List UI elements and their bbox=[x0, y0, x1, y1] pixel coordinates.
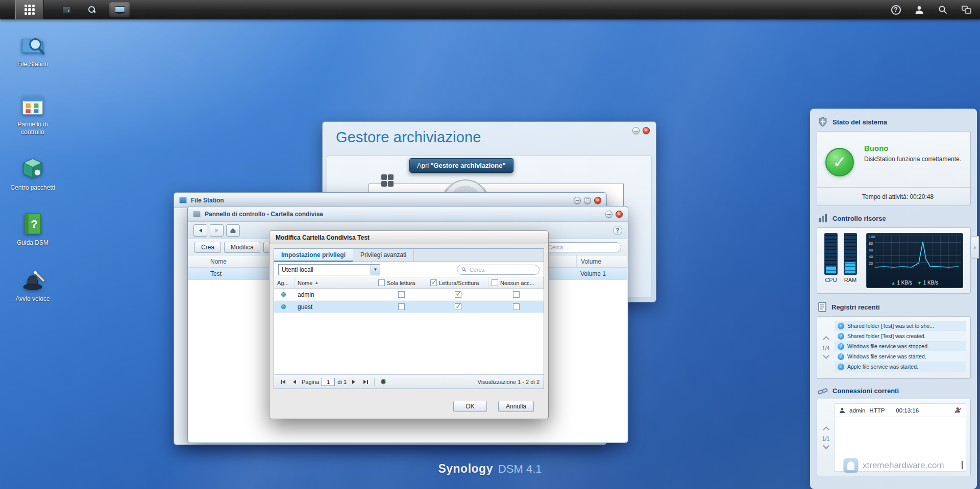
status-ok-icon bbox=[825, 148, 854, 176]
read-write-checkbox[interactable] bbox=[455, 291, 461, 298]
search-button[interactable] bbox=[936, 3, 949, 16]
info-icon bbox=[838, 323, 844, 329]
help-button[interactable]: ? bbox=[613, 226, 622, 235]
close-button[interactable] bbox=[616, 211, 623, 218]
read-write-header-checkbox[interactable] bbox=[430, 279, 437, 286]
page-down-icon[interactable] bbox=[823, 443, 829, 449]
storage-manager-title: Gestore archiviazione bbox=[336, 129, 481, 146]
privileges-table-header: Ag... Nome▲ Sola lettura Lettura/Scrittu… bbox=[274, 277, 544, 289]
page-down-icon[interactable] bbox=[823, 352, 829, 359]
tooltip-target: "Gestore archiviazione" bbox=[430, 162, 505, 169]
column-nome[interactable]: Nome▲ bbox=[295, 277, 375, 288]
minimize-button[interactable] bbox=[632, 127, 640, 134]
main-menu-grid-icon bbox=[24, 5, 35, 15]
watermark-text: xtremehardware.com bbox=[863, 460, 944, 471]
page-up-icon[interactable] bbox=[823, 426, 829, 433]
desktop-icon-package-center[interactable]: Centro pacchetti bbox=[7, 156, 58, 192]
column-volume[interactable]: Volume bbox=[576, 255, 627, 267]
connection-row[interactable]: admin HTTP 00:13:16 bbox=[835, 404, 966, 417]
last-page-button[interactable] bbox=[361, 377, 370, 387]
taskbar-app-file-station[interactable] bbox=[82, 2, 102, 17]
desktop-icon-control-panel[interactable]: Pannello di controllo bbox=[7, 93, 58, 136]
file-station-window-icon bbox=[179, 197, 187, 203]
user-scope-select[interactable]: Utenti locali bbox=[278, 264, 380, 275]
user-menu-button[interactable] bbox=[913, 3, 926, 16]
disconnect-user-icon[interactable] bbox=[954, 407, 962, 414]
desktop: ? File Station bbox=[0, 0, 980, 489]
next-page-button[interactable] bbox=[349, 377, 358, 387]
page-of: di 1 bbox=[337, 379, 347, 385]
chevron-down-icon[interactable] bbox=[371, 265, 380, 275]
desktop-icon-quick-start[interactable]: Avvio veloce bbox=[7, 267, 58, 303]
table-empty-area bbox=[274, 313, 544, 374]
expand-connections-chevron[interactable] bbox=[962, 462, 963, 469]
tab-privileges-setup[interactable]: Impostazione privilegi bbox=[274, 249, 353, 262]
status-value: Buono bbox=[864, 144, 888, 152]
home-button[interactable] bbox=[226, 224, 240, 237]
no-access-checkbox[interactable] bbox=[513, 291, 520, 298]
main-menu-button[interactable] bbox=[15, 0, 44, 19]
taskbar-app-storage-manager[interactable] bbox=[56, 2, 77, 17]
column-aggiungi[interactable]: Ag... bbox=[274, 277, 295, 288]
search-input[interactable] bbox=[548, 244, 617, 250]
user-status-dot bbox=[281, 292, 286, 297]
pilot-view-button[interactable] bbox=[960, 3, 973, 16]
log-entry[interactable]: Windows file service was started. bbox=[835, 351, 966, 362]
read-write-checkbox[interactable] bbox=[455, 303, 461, 310]
column-read-only[interactable]: Sola lettura bbox=[375, 277, 427, 288]
dsm-help-icon: ? bbox=[20, 211, 45, 237]
prev-page-icon bbox=[292, 379, 297, 384]
privilege-row-admin[interactable]: admin bbox=[274, 289, 544, 301]
control-panel-title-bar[interactable]: Pannello di controllo - Cartella condivi… bbox=[188, 207, 628, 222]
pilot-button[interactable] bbox=[584, 197, 591, 204]
network-legend: ▲ 1 KB/s ▼ 1 KB/s bbox=[867, 280, 963, 286]
no-access-header-checkbox[interactable] bbox=[492, 279, 498, 286]
minimize-button[interactable] bbox=[605, 211, 612, 218]
ok-button[interactable]: OK bbox=[453, 401, 487, 412]
info-icon bbox=[838, 333, 844, 340]
taskbar-app-control-panel[interactable] bbox=[109, 2, 130, 17]
page-input[interactable] bbox=[322, 378, 335, 386]
desktop-icon-dsm-help[interactable]: ? Guida DSM bbox=[7, 211, 58, 247]
modify-button[interactable]: Modifica bbox=[224, 242, 260, 253]
tab-advanced-privileges[interactable]: Privilegi avanzati bbox=[353, 249, 414, 262]
log-entry[interactable]: Shared folder [Test] was created. bbox=[835, 331, 966, 341]
desktop-icon-file-station[interactable]: File Station bbox=[7, 33, 58, 68]
panel-expand-chevron[interactable]: › bbox=[970, 236, 979, 259]
log-entry[interactable]: Windows file service was stopped. bbox=[835, 341, 966, 351]
page-up-icon[interactable] bbox=[823, 336, 829, 343]
read-only-checkbox[interactable] bbox=[398, 291, 405, 298]
column-read-write[interactable]: Lettura/Scrittura bbox=[427, 277, 488, 288]
log-entry[interactable]: Apple file service was started. bbox=[835, 362, 966, 372]
tooltip-text: Apri bbox=[417, 162, 429, 169]
create-button[interactable]: Crea bbox=[194, 242, 221, 253]
connection-time: 00:13:16 bbox=[896, 407, 919, 414]
log-entry[interactable]: Shared folder [Test] was set to sho... bbox=[835, 321, 966, 331]
minimize-button[interactable] bbox=[574, 197, 581, 204]
read-only-checkbox[interactable] bbox=[398, 303, 405, 310]
cancel-button[interactable]: Annulla bbox=[498, 401, 534, 412]
download-icon: ▼ bbox=[917, 280, 922, 286]
column-no-access[interactable]: Nessun acc... bbox=[488, 277, 544, 288]
no-access-checkbox[interactable] bbox=[513, 303, 520, 310]
logs-pager: 1/4 bbox=[817, 317, 835, 378]
dialog-title[interactable]: Modifica Cartella Condivisa Test bbox=[270, 231, 548, 244]
read-only-header-checkbox[interactable] bbox=[378, 279, 385, 286]
close-button[interactable] bbox=[643, 127, 650, 134]
prev-page-button[interactable] bbox=[290, 377, 299, 387]
file-station-icon bbox=[88, 6, 96, 14]
back-button[interactable] bbox=[193, 224, 207, 237]
recent-logs-box: 1/4 Shared folder [Test] was set to sho.… bbox=[817, 316, 971, 379]
close-button[interactable] bbox=[594, 197, 601, 204]
pagination-bar: Pagina di 1 bbox=[274, 374, 544, 389]
help-button[interactable]: ? bbox=[889, 3, 902, 16]
cpu-label: CPU bbox=[824, 277, 838, 283]
privilege-row-guest[interactable]: guest bbox=[274, 301, 544, 313]
search-input[interactable] bbox=[470, 267, 535, 273]
forward-button[interactable] bbox=[210, 224, 224, 237]
first-page-button[interactable] bbox=[278, 377, 287, 387]
uptime: Tempo di attività: 00:20:48 bbox=[817, 187, 970, 205]
file-station-icon bbox=[20, 33, 45, 58]
refresh-button[interactable] bbox=[379, 377, 388, 387]
dialog-search[interactable] bbox=[457, 265, 540, 275]
